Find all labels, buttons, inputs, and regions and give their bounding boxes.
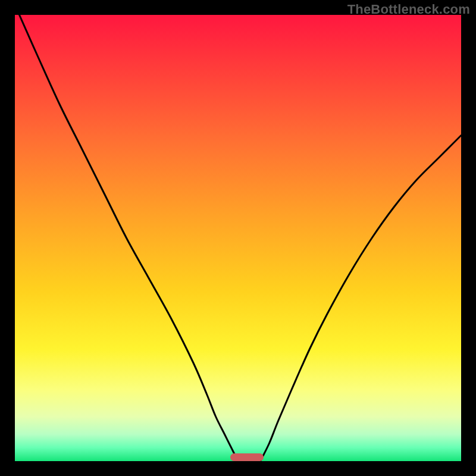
plot-area [15,15,461,461]
watermark-text: TheBottleneck.com [347,2,470,17]
bottleneck-marker [230,453,264,462]
right-curve [261,136,462,462]
curves-layer [15,15,461,461]
outer-frame: TheBottleneck.com [0,0,476,476]
left-curve [20,15,239,461]
